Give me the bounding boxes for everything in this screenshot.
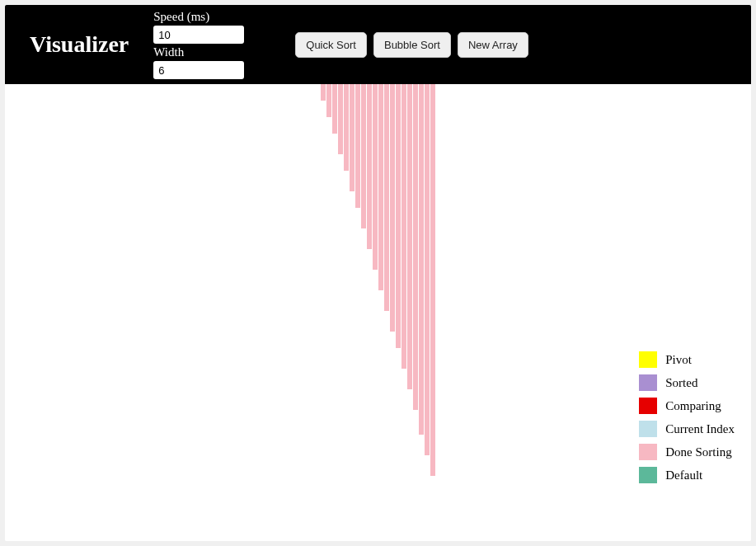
app-root: Visualizer Speed (ms) Width Quick Sort B… <box>5 5 751 541</box>
bar <box>326 84 331 117</box>
bar <box>338 84 343 154</box>
speed-label: Speed (ms) <box>153 10 244 24</box>
speed-input[interactable] <box>153 26 244 44</box>
legend-label: Default <box>665 468 702 482</box>
bar <box>361 84 366 228</box>
bar <box>367 84 372 249</box>
legend-swatch <box>639 444 657 460</box>
legend-swatch <box>639 421 657 437</box>
bar <box>350 84 355 191</box>
bar <box>344 84 349 171</box>
bar <box>321 84 326 101</box>
legend-item: Default <box>639 467 735 483</box>
bar <box>425 84 430 455</box>
header-bar: Visualizer Speed (ms) Width Quick Sort B… <box>5 5 751 84</box>
bar <box>355 84 360 208</box>
legend-label: Current Index <box>665 422 735 436</box>
bar <box>390 84 395 332</box>
legend-item: Sorted <box>639 374 735 391</box>
legend-item: Current Index <box>639 421 735 437</box>
width-label: Width <box>153 45 244 59</box>
visualization-area: PivotSortedComparingCurrent IndexDone So… <box>5 84 751 541</box>
bar-container <box>321 84 436 476</box>
bubble-sort-button[interactable]: Bubble Sort <box>373 32 451 58</box>
legend-swatch <box>639 398 657 414</box>
legend-swatch <box>639 374 657 391</box>
bar <box>413 84 418 410</box>
bar <box>396 84 401 348</box>
app-title: Visualizer <box>30 31 129 58</box>
quick-sort-button[interactable]: Quick Sort <box>295 32 367 58</box>
legend-label: Done Sorting <box>665 445 731 459</box>
bar <box>419 84 424 435</box>
controls-panel: Speed (ms) Width <box>153 10 244 79</box>
new-array-button[interactable]: New Array <box>458 32 528 58</box>
legend: PivotSortedComparingCurrent IndexDone So… <box>639 351 735 483</box>
bar <box>332 84 337 134</box>
bar <box>407 84 412 389</box>
legend-swatch <box>639 467 657 483</box>
legend-item: Comparing <box>639 398 735 414</box>
legend-swatch <box>639 351 657 368</box>
legend-label: Comparing <box>665 399 721 413</box>
bar <box>378 84 383 290</box>
width-input[interactable] <box>153 61 244 79</box>
bar <box>384 84 389 311</box>
legend-label: Sorted <box>665 376 697 390</box>
bar <box>430 84 435 476</box>
legend-label: Pivot <box>665 353 692 367</box>
legend-item: Pivot <box>639 351 735 368</box>
legend-item: Done Sorting <box>639 444 735 460</box>
button-row: Quick Sort Bubble Sort New Array <box>295 32 528 58</box>
bar <box>373 84 378 270</box>
bar <box>401 84 406 369</box>
